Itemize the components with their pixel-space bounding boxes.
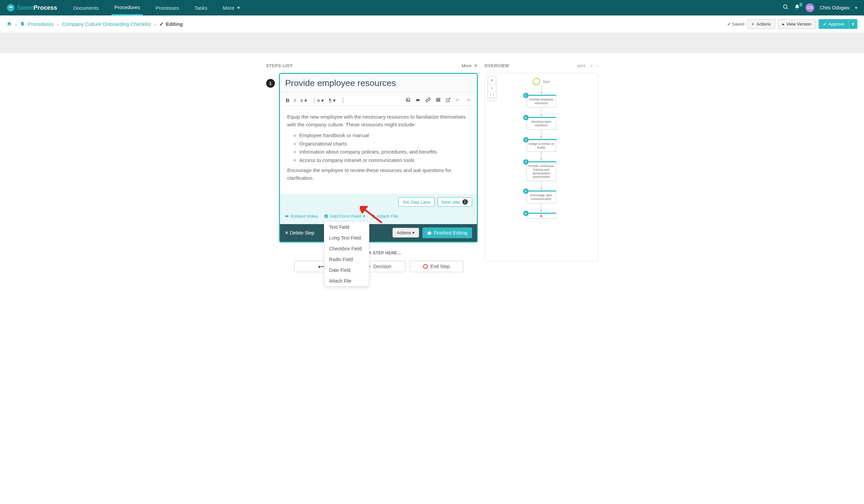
- file-icon: [371, 214, 375, 219]
- next-step-button[interactable]: Next step 2: [437, 197, 472, 207]
- flow-node[interactable]: 2Introduce team members: [527, 117, 556, 130]
- flow-node[interactable]: 4Provide continuous training and develop…: [527, 161, 556, 181]
- svg-rect-6: [436, 98, 440, 101]
- svg-rect-12: [285, 215, 287, 217]
- dd-attach-file[interactable]: Attach File: [324, 276, 369, 286]
- gray-banner: [0, 33, 864, 53]
- redo-icon[interactable]: ↷: [466, 97, 471, 104]
- dd-long-text-field[interactable]: Long Text Field: [324, 232, 369, 243]
- user-name[interactable]: Chris Odogwu: [820, 5, 850, 10]
- flow-node[interactable]: 3Assign a mentor or buddy: [527, 139, 556, 152]
- step-title-input[interactable]: [280, 74, 477, 93]
- zoom-out-button[interactable]: −: [488, 84, 496, 93]
- next-step-number: 2: [463, 199, 468, 205]
- editor-toolbar: B I ≡ ▾ ⋮≡ ▾ ¶ ▾ ⋮: [283, 95, 474, 106]
- body-intro: Equip the new employee with the necessar…: [287, 113, 469, 128]
- flow-node[interactable]: 6✕: [527, 213, 556, 219]
- thumbs-up-icon: [427, 230, 432, 235]
- top-nav: SweetProcess Documents Procedures Proces…: [0, 0, 864, 15]
- overview-panel: + − ⛶ Start 1Provide employee resources …: [484, 73, 598, 261]
- external-icon[interactable]: [446, 97, 451, 104]
- breadcrumb: › Procedures › Company Culture Onboardin…: [7, 21, 183, 27]
- steps-more-button[interactable]: More ✕: [462, 63, 478, 68]
- nav-tasks[interactable]: Tasks: [192, 0, 210, 15]
- svg-point-4: [407, 99, 408, 100]
- bold-icon[interactable]: B: [286, 97, 290, 103]
- expand-icon[interactable]: ⤢: [589, 63, 593, 68]
- actions-button[interactable]: Actions: [747, 19, 775, 29]
- approve-button[interactable]: ✔ Approve: [819, 19, 849, 29]
- flow-diagram: Start 1Provide employee resources 2Intro…: [485, 73, 598, 219]
- form-field-dropdown: Text Field Long Text Field Checkbox Fiel…: [324, 221, 369, 287]
- dd-date-field[interactable]: Date Field: [324, 265, 369, 276]
- flow-start-node[interactable]: [533, 78, 540, 85]
- list-item: Access to company intranet or communicat…: [299, 157, 469, 164]
- unordered-list-icon[interactable]: ⋮≡ ▾: [312, 97, 324, 104]
- form-icon: [324, 214, 328, 218]
- dd-text-field[interactable]: Text Field: [324, 222, 369, 232]
- list-item: Organizational charts: [299, 140, 469, 148]
- add-end-step-button[interactable]: End Step: [410, 261, 464, 272]
- avatar[interactable]: CO: [805, 3, 814, 12]
- pencil-icon: [159, 22, 164, 26]
- body-list: Employee handbook or manual Organization…: [287, 132, 469, 164]
- end-x-icon: ✕: [540, 214, 543, 218]
- nav-more[interactable]: More ▾: [220, 0, 243, 15]
- crumb-procedures[interactable]: Procedures: [28, 21, 54, 27]
- dd-checkbox-field[interactable]: Checkbox Field: [324, 243, 369, 254]
- crumb-title[interactable]: Company Culture Onboarding Checklist: [62, 21, 151, 27]
- print-button[interactable]: print: [577, 63, 585, 68]
- embed-video-button[interactable]: Embed Video: [285, 213, 318, 219]
- attach-file-button[interactable]: Attach File: [371, 213, 398, 219]
- add-form-field-button[interactable]: Add Form Field ▾: [324, 213, 365, 219]
- collapse-chevron-icon[interactable]: ›: [597, 63, 598, 68]
- notifications-icon[interactable]: [794, 4, 800, 11]
- breadcrumb-bar: › Procedures › Company Culture Onboardin…: [0, 15, 864, 33]
- body-outro: Encourage the employee to review these r…: [287, 167, 469, 182]
- video-icon[interactable]: [415, 97, 421, 103]
- logo-icon: [7, 4, 15, 12]
- set-step-lane-button[interactable]: Set Step Lane: [398, 197, 434, 207]
- more-format-icon[interactable]: ⋮: [340, 97, 346, 104]
- nav-procedures[interactable]: Procedures: [111, 0, 143, 15]
- fullscreen-button[interactable]: ⛶: [488, 93, 496, 100]
- logo-text-bold: Process: [34, 4, 57, 11]
- video-icon: [285, 214, 289, 218]
- list-item: Information about company policies, proc…: [299, 148, 469, 156]
- logo[interactable]: SweetProcess: [7, 4, 57, 12]
- ordered-list-icon[interactable]: ≡ ▾: [300, 97, 308, 104]
- dd-radio-field[interactable]: Radio Field: [324, 254, 369, 265]
- bolt-icon: [752, 22, 755, 26]
- paragraph-icon[interactable]: ¶ ▾: [329, 97, 335, 104]
- steps-heading: STEPS LIST: [266, 63, 293, 68]
- approve-dropdown[interactable]: ▾: [849, 19, 857, 29]
- flow-node[interactable]: 5Encourage open communication: [527, 191, 556, 203]
- svg-line-2: [787, 8, 788, 9]
- image-icon[interactable]: [405, 97, 411, 103]
- add-step-here-label: … DD A STEP HERE…: [279, 251, 478, 255]
- view-version-button[interactable]: ▸ View Version: [778, 19, 816, 29]
- file-icon[interactable]: [20, 21, 25, 27]
- overview-heading: OVERVIEW: [484, 63, 509, 68]
- home-icon[interactable]: [7, 21, 12, 27]
- search-icon[interactable]: [783, 4, 789, 11]
- link-icon[interactable]: [425, 97, 431, 104]
- finished-editing-button[interactable]: Finished Editing: [422, 227, 472, 238]
- circle-icon: [423, 264, 428, 269]
- nav-documents[interactable]: Documents: [71, 0, 101, 15]
- delete-step-button[interactable]: ✕ Delete Step: [285, 230, 314, 236]
- undo-icon[interactable]: ↶: [455, 97, 460, 104]
- step-actions-button[interactable]: Actions ▾: [393, 228, 419, 238]
- italic-icon[interactable]: I: [294, 97, 296, 103]
- user-menu-chevron-icon[interactable]: ▾: [855, 5, 857, 10]
- flow-node[interactable]: 1Provide employee resources: [527, 95, 556, 108]
- svg-rect-5: [416, 99, 419, 101]
- crumb-current: Editing: [159, 21, 183, 27]
- table-icon[interactable]: [435, 97, 441, 103]
- editor-body[interactable]: Equip the new employee with the necessar…: [280, 108, 477, 194]
- svg-point-1: [784, 5, 788, 8]
- notification-badge: [800, 3, 802, 7]
- list-item: Employee handbook or manual: [299, 132, 469, 140]
- nav-processes[interactable]: Processes: [153, 0, 182, 15]
- zoom-in-button[interactable]: +: [488, 76, 496, 84]
